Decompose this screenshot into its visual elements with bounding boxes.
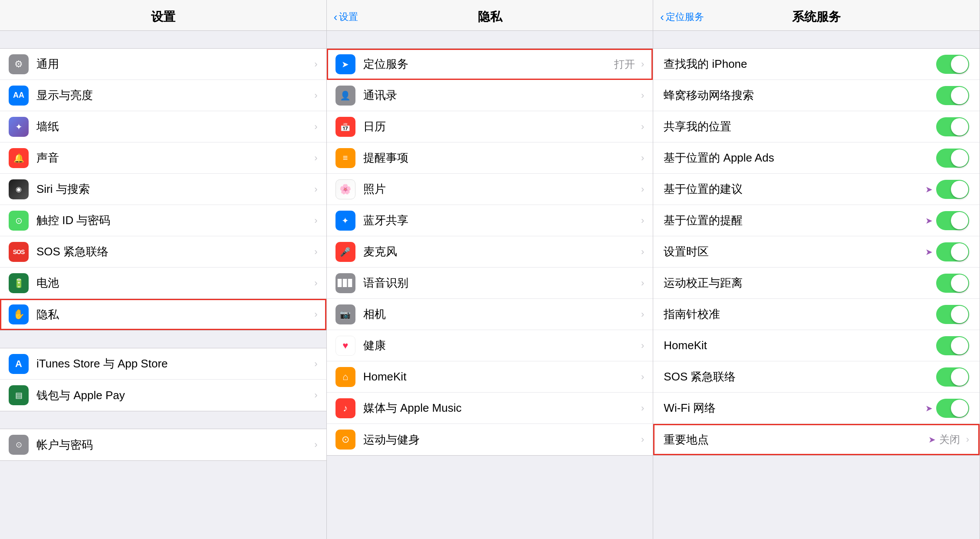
right-item-share-location: 共享我的位置 (653, 111, 980, 142)
middle-back-label: 设置 (339, 10, 358, 23)
battery-icon: 🔋 (9, 273, 29, 293)
motion-icon: ⊙ (335, 430, 355, 450)
chevron-icon: › (641, 340, 644, 351)
touchid-icon: ⊙ (9, 211, 29, 231)
chevron-icon: › (641, 215, 644, 226)
right-back-label: 定位服务 (666, 10, 704, 23)
toggle-sos[interactable] (936, 367, 969, 387)
chevron-icon: › (314, 121, 317, 132)
chevron-icon: › (314, 184, 317, 195)
middle-item-health[interactable]: ♥ 健康 › (327, 330, 653, 361)
middle-item-camera[interactable]: 📷 相机 › (327, 299, 653, 330)
chevron-icon: › (314, 59, 317, 70)
sidebar-item-display[interactable]: AA 显示与亮度 › (0, 80, 326, 111)
middle-item-bluetooth[interactable]: ✦ 蓝牙共享 › (327, 205, 653, 236)
middle-panel: ‹ 设置 隐私 ➤ 定位服务 打开 › 👤 通讯录 › 📅 日历 (327, 0, 654, 539)
sidebar-item-wallet[interactable]: ▤ 钱包与 Apple Pay › (0, 380, 326, 411)
display-icon: AA (9, 86, 29, 106)
homekit-icon: ⌂ (335, 367, 355, 387)
middle-content: ➤ 定位服务 打开 › 👤 通讯录 › 📅 日历 › ≡ 提醒事项 › (327, 31, 653, 539)
privacy-icon: ✋ (9, 304, 29, 324)
right-item-find-iphone: 查找我的 iPhone (653, 49, 980, 80)
left-panel: 设置 ⚙ 通用 › AA 显示与亮度 › ✦ 墙纸 › 🔔 声音 (0, 0, 327, 539)
sidebar-item-general[interactable]: ⚙ 通用 › (0, 49, 326, 80)
right-content: 查找我的 iPhone 蜂窝移动网络搜索 共享我的位置 基于位置的 Apple … (653, 31, 980, 539)
back-arrow-icon: ‹ (334, 10, 338, 24)
media-icon: ♪ (335, 398, 355, 418)
right-list: 查找我的 iPhone 蜂窝移动网络搜索 共享我的位置 基于位置的 Apple … (653, 48, 980, 456)
sidebar-item-battery[interactable]: 🔋 电池 › (0, 268, 326, 299)
location-arrow-icon: ➤ (928, 434, 936, 445)
siri-icon: ◉ (9, 179, 29, 199)
left-section-3: ⊙ 帐户与密码 › (0, 429, 326, 461)
chevron-icon: › (314, 390, 317, 401)
toggle-homekit[interactable] (936, 336, 969, 355)
microphone-icon: 🎤 (335, 242, 355, 262)
toggle-wifi[interactable] (936, 399, 969, 418)
right-item-homekit: HomeKit (653, 330, 980, 361)
account-icon: ⊙ (9, 435, 29, 455)
toggle-share-location[interactable] (936, 117, 969, 136)
right-item-timezone: 设置时区 ➤ (653, 236, 980, 268)
toggle-motion-cal[interactable] (936, 274, 969, 293)
left-section-2: A iTunes Store 与 App Store › ▤ 钱包与 Apple… (0, 348, 326, 411)
middle-header: ‹ 设置 隐私 (327, 0, 653, 31)
middle-back-button[interactable]: ‹ 设置 (334, 10, 358, 24)
right-item-important-places[interactable]: 重要地点 ➤ 关闭 › (653, 424, 980, 455)
chevron-icon: › (314, 358, 317, 370)
chevron-icon: › (314, 90, 317, 101)
middle-item-calendar[interactable]: 📅 日历 › (327, 111, 653, 142)
middle-item-motion[interactable]: ⊙ 运动与健身 › (327, 424, 653, 455)
chevron-icon: › (314, 309, 317, 320)
right-panel: ‹ 定位服务 系统服务 查找我的 iPhone 蜂窝移动网络搜索 共享我的位置 (653, 0, 980, 539)
back-arrow-icon: ‹ (660, 10, 664, 24)
sidebar-item-sounds[interactable]: 🔔 声音 › (0, 142, 326, 174)
toggle-cellular[interactable] (936, 86, 969, 105)
right-item-motion-cal: 运动校正与距离 (653, 268, 980, 299)
sounds-icon: 🔔 (9, 148, 29, 168)
chevron-icon: › (641, 246, 644, 258)
middle-item-reminders[interactable]: ≡ 提醒事项 › (327, 142, 653, 174)
middle-item-photos[interactable]: 🌸 照片 › (327, 174, 653, 205)
location-arrow-icon: ➤ (925, 403, 933, 413)
toggle-compass[interactable] (936, 305, 969, 324)
toggle-suggestions[interactable] (936, 180, 969, 199)
health-icon: ♥ (335, 336, 355, 356)
camera-icon: 📷 (335, 304, 355, 324)
left-title: 设置 (151, 9, 175, 25)
toggle-find-iphone[interactable] (936, 55, 969, 74)
toggle-reminders-loc[interactable] (936, 211, 969, 230)
sidebar-item-sos[interactable]: SOS SOS 紧急联络 › (0, 236, 326, 268)
sidebar-item-touchid[interactable]: ⊙ 触控 ID 与密码 › (0, 205, 326, 236)
chevron-icon: › (641, 371, 644, 383)
location-arrow-icon: ➤ (925, 247, 933, 257)
sidebar-item-account[interactable]: ⊙ 帐户与密码 › (0, 429, 326, 460)
sidebar-item-itunes[interactable]: A iTunes Store 与 App Store › (0, 348, 326, 380)
middle-item-location[interactable]: ➤ 定位服务 打开 › (327, 49, 653, 80)
right-header: ‹ 定位服务 系统服务 (653, 0, 980, 31)
right-item-cellular: 蜂窝移动网络搜索 (653, 80, 980, 111)
left-header: 设置 (0, 0, 326, 31)
wallpaper-icon: ✦ (9, 117, 29, 137)
speech-icon: ▊▊▊ (335, 273, 355, 293)
sidebar-item-privacy[interactable]: ✋ 隐私 › (0, 299, 326, 330)
calendar-icon: 📅 (335, 117, 355, 137)
middle-item-speech[interactable]: ▊▊▊ 语音识别 › (327, 268, 653, 299)
chevron-icon: › (641, 403, 644, 414)
middle-item-microphone[interactable]: 🎤 麦克风 › (327, 236, 653, 268)
toggle-timezone[interactable] (936, 242, 969, 261)
contacts-icon: 👤 (335, 86, 355, 106)
sos-icon: SOS (9, 242, 29, 262)
toggle-apple-ads[interactable] (936, 149, 969, 168)
sidebar-item-siri[interactable]: ◉ Siri 与搜索 › (0, 174, 326, 205)
sidebar-item-wallpaper[interactable]: ✦ 墙纸 › (0, 111, 326, 142)
middle-item-contacts[interactable]: 👤 通讯录 › (327, 80, 653, 111)
general-icon: ⚙ (9, 54, 29, 74)
middle-item-media[interactable]: ♪ 媒体与 Apple Music › (327, 393, 653, 424)
location-arrow-icon: ➤ (925, 184, 933, 195)
photos-icon: 🌸 (335, 179, 355, 199)
right-back-button[interactable]: ‹ 定位服务 (660, 10, 704, 24)
reminders-icon: ≡ (335, 148, 355, 168)
right-item-sos: SOS 紧急联络 (653, 361, 980, 393)
middle-item-homekit[interactable]: ⌂ HomeKit › (327, 361, 653, 393)
